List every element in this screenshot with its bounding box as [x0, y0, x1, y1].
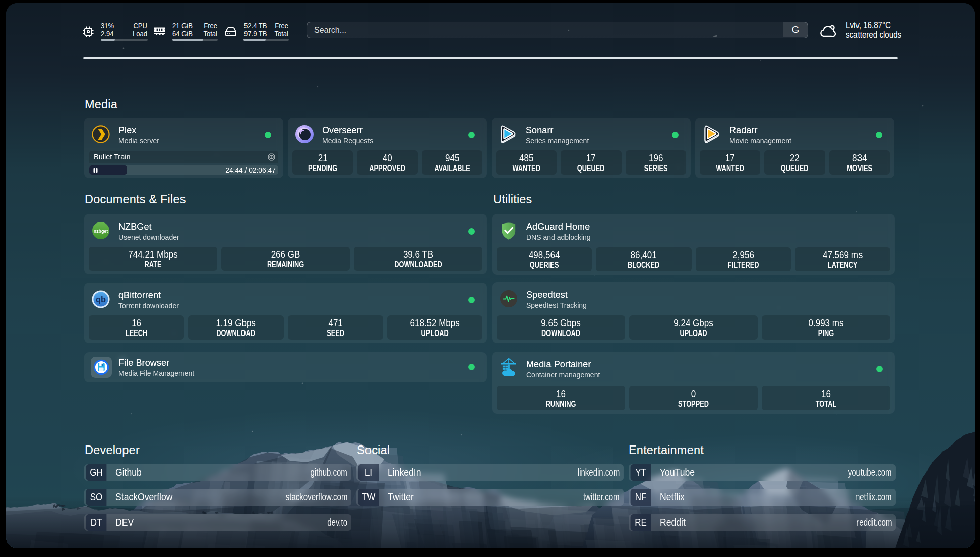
svg-text:nzbget: nzbget — [94, 229, 108, 234]
svg-text:qb: qb — [96, 295, 106, 304]
